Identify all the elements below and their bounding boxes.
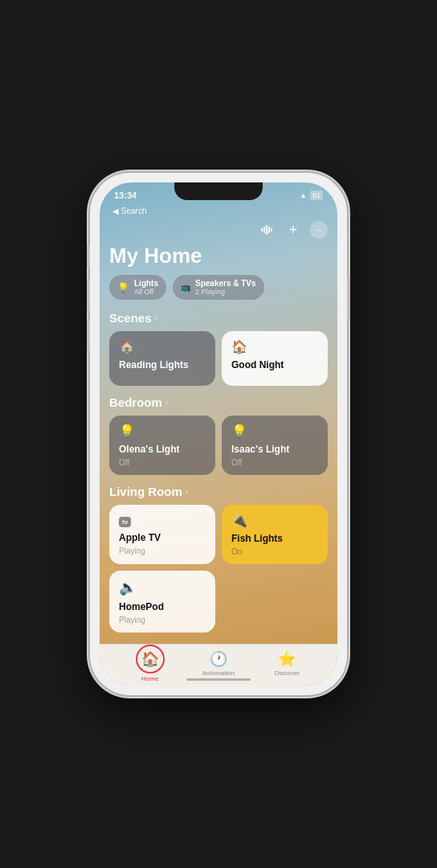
lights-pill-label: Lights: [134, 279, 158, 288]
apple-tv-status: Playing: [119, 547, 206, 555]
svg-rect-1: [263, 227, 265, 233]
volume-down-button[interactable]: [87, 319, 90, 351]
isaacs-light-status: Off: [231, 458, 318, 467]
power-button[interactable]: [347, 277, 350, 321]
toolbar: + ···: [109, 218, 328, 240]
discover-tab-icon: ⭐: [278, 650, 296, 668]
automation-tab-icon: 🕐: [210, 650, 227, 668]
home-tab-label: Home: [141, 675, 158, 682]
speakers-pill-text: Speakers & TVs 2 Playing: [195, 279, 256, 296]
svg-rect-3: [268, 227, 270, 233]
silent-switch[interactable]: [87, 245, 90, 268]
isaacs-light-title: Isaac's Light: [231, 444, 318, 455]
fish-lights-card[interactable]: 🔌 Fish Lights On: [222, 505, 328, 564]
speakers-pill-sublabel: 2 Playing: [195, 288, 256, 296]
status-time: 13:34: [114, 190, 137, 200]
volume-up-button[interactable]: [87, 279, 90, 311]
tab-discover[interactable]: ⭐ Discover: [253, 650, 321, 677]
wifi-icon: ▲: [300, 191, 307, 199]
bedroom-chevron: ›: [165, 398, 168, 407]
living-room-chevron: ›: [186, 487, 188, 496]
fish-lights-status: On: [231, 547, 318, 556]
scenes-section-header[interactable]: Scenes ›: [109, 311, 328, 325]
living-room-cards: tv Apple TV Playing 🔌 Fish Lights On 🔈 H…: [109, 505, 328, 633]
reading-lights-icon: 🏠: [119, 339, 206, 354]
apple-tv-card[interactable]: tv Apple TV Playing: [109, 505, 215, 564]
bedroom-section-header[interactable]: Bedroom ›: [109, 395, 328, 409]
fish-lights-title: Fish Lights: [231, 533, 318, 544]
speakers-pill-label: Speakers & TVs: [195, 279, 256, 288]
main-content: + ··· My Home 💡 Lights All Off 📺 Speak: [100, 218, 337, 644]
scenes-title: Scenes: [109, 311, 152, 325]
speakers-pill-icon: 📺: [181, 283, 190, 292]
lights-pill-icon: 💡: [117, 282, 129, 293]
apple-tv-title: Apple TV: [119, 532, 206, 543]
home-tab-icon: 🏠: [141, 650, 159, 668]
homepod-title: HomePod: [119, 601, 206, 612]
add-icon[interactable]: +: [284, 221, 302, 239]
fish-lights-icon: 🔌: [231, 513, 318, 528]
olenas-light-icon: 💡: [119, 424, 206, 439]
homepod-card[interactable]: 🔈 HomePod Playing: [109, 571, 215, 633]
home-indicator: [186, 678, 251, 681]
homepod-icon: 🔈: [119, 579, 206, 596]
living-room-section-header[interactable]: Living Room ›: [109, 485, 328, 498]
bedroom-title: Bedroom: [109, 395, 162, 409]
scenes-chevron: ›: [155, 313, 157, 322]
lights-pill-text: Lights All Off: [134, 279, 158, 296]
back-nav[interactable]: ◀ Search: [112, 207, 146, 215]
page-title: My Home: [109, 244, 328, 268]
waveform-icon[interactable]: [259, 221, 276, 239]
tab-automation[interactable]: 🕐 Automation: [184, 650, 252, 677]
olenas-light-card[interactable]: 💡 Olena's Light Off: [109, 416, 215, 475]
speakers-pill[interactable]: 📺 Speakers & TVs 2 Playing: [173, 275, 264, 300]
lights-pill[interactable]: 💡 Lights All Off: [109, 275, 166, 300]
scenes-cards: 🏠 Reading Lights 🏠 Good Night: [109, 331, 328, 386]
more-icon[interactable]: ···: [310, 221, 328, 239]
good-night-title: Good Night: [231, 359, 318, 371]
svg-rect-2: [266, 225, 268, 235]
svg-rect-4: [271, 228, 272, 231]
good-night-icon: 🏠: [231, 339, 318, 354]
reading-lights-card[interactable]: 🏠 Reading Lights: [109, 331, 215, 386]
homepod-status: Playing: [119, 616, 206, 624]
olenas-light-status: Off: [119, 458, 206, 467]
bedroom-cards: 💡 Olena's Light Off 💡 Isaac's Light Off: [109, 416, 328, 475]
quick-access-row: 💡 Lights All Off 📺 Speakers & TVs 2 Play…: [109, 275, 328, 300]
olenas-light-title: Olena's Light: [119, 444, 206, 455]
svg-rect-0: [261, 228, 263, 231]
living-room-title: Living Room: [109, 485, 182, 498]
battery-icon: 81: [310, 190, 323, 200]
good-night-card[interactable]: 🏠 Good Night: [222, 331, 328, 386]
phone-frame: 13:34 ▲ 81 ◀ Search: [90, 173, 347, 695]
reading-lights-title: Reading Lights: [119, 359, 206, 371]
automation-tab-label: Automation: [202, 669, 235, 677]
lights-pill-sublabel: All Off: [134, 288, 158, 296]
home-tab-circle: 🏠: [136, 645, 165, 674]
isaacs-light-icon: 💡: [231, 424, 318, 439]
status-icons: ▲ 81: [300, 190, 323, 200]
isaacs-light-card[interactable]: 💡 Isaac's Light Off: [222, 416, 328, 475]
tab-home[interactable]: 🏠 Home: [116, 645, 184, 682]
discover-tab-label: Discover: [275, 669, 300, 677]
apple-tv-icon: tv: [119, 513, 206, 527]
notch: [174, 182, 263, 200]
screen: 13:34 ▲ 81 ◀ Search: [100, 182, 337, 686]
